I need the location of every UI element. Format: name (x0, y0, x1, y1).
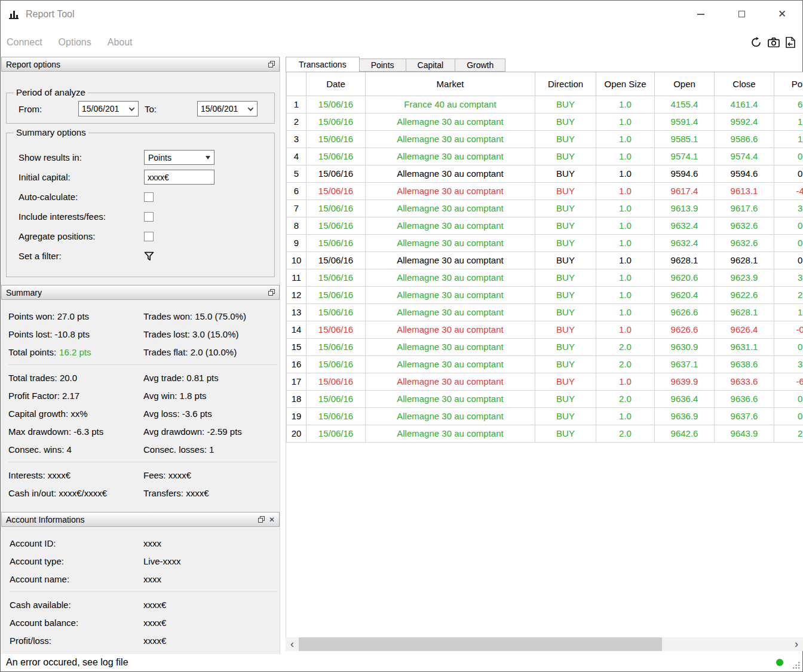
float-panel-icon[interactable] (268, 60, 275, 69)
cell-date: 15/06/16 (307, 130, 366, 148)
close-button[interactable]: ✕ (762, 1, 802, 27)
table-row[interactable]: 1315/06/16Allemagne 30 au comptantBUY1.0… (287, 303, 803, 321)
cell-close: 9631.1 (715, 338, 774, 355)
cell-points: 3.0 (774, 355, 803, 373)
cell-direction: BUY (535, 165, 596, 182)
table-row[interactable]: 415/06/16Allemagne 30 au comptantBUY1.09… (287, 148, 803, 165)
menu-connect[interactable]: Connect (7, 37, 42, 48)
tab-capital[interactable]: Capital (406, 59, 456, 72)
table-row[interactable]: 1415/06/16Allemagne 30 au comptantBUY1.0… (287, 321, 803, 338)
report-tool-window: Report Tool ✕ Connect Options About (0, 0, 803, 672)
column-header[interactable]: Open (655, 72, 715, 96)
cell-close: 4161.4 (715, 96, 774, 113)
account-informations-header: Account Informations ✕ (1, 512, 280, 527)
cell-date: 15/06/16 (307, 286, 366, 303)
scroll-left-arrow-icon[interactable]: ‹ (286, 638, 299, 650)
menu-about[interactable]: About (108, 37, 133, 48)
total-points-label: Total points: (8, 347, 56, 357)
filter-funnel-icon[interactable] (144, 251, 154, 261)
scroll-right-arrow-icon[interactable]: › (790, 638, 803, 650)
table-row[interactable]: 315/06/16Allemagne 30 au comptantBUY1.09… (287, 130, 803, 148)
cell-direction: BUY (535, 286, 596, 303)
menu-options[interactable]: Options (59, 37, 91, 48)
cell-market: Allemagne 30 au comptant (366, 182, 535, 200)
column-header[interactable]: Points (774, 72, 803, 96)
column-header[interactable]: Date (307, 72, 366, 96)
export-file-icon[interactable] (786, 36, 795, 48)
window-title: Report Tool (26, 9, 75, 20)
transactions-table-body: 115/06/16France 40 au comptantBUY1.04155… (287, 96, 803, 442)
table-row[interactable]: 915/06/16Allemagne 30 au comptantBUY1.09… (287, 234, 803, 251)
table-row[interactable]: 1215/06/16Allemagne 30 au comptantBUY1.0… (287, 286, 803, 303)
cash-in-out: Cash in/out: xxxx€/xxxx€ (8, 488, 143, 498)
report-options-body: Period of analyze From: 15/06/201 To: 15… (1, 72, 280, 285)
from-date-select[interactable]: 15/06/201 (78, 101, 139, 116)
cell-row-number: 3 (287, 130, 307, 148)
table-row[interactable]: 715/06/16Allemagne 30 au comptantBUY1.09… (287, 200, 803, 217)
include-interests-checkbox[interactable] (144, 212, 154, 222)
refresh-icon[interactable] (750, 36, 762, 48)
cell-date: 15/06/16 (307, 407, 366, 425)
table-row[interactable]: 1615/06/16Allemagne 30 au comptantBUY2.0… (287, 355, 803, 373)
cell-open-size: 1.0 (596, 165, 655, 182)
screenshot-camera-icon[interactable] (768, 37, 780, 47)
cell-points: 3.7 (774, 200, 803, 217)
tab-points[interactable]: Points (360, 59, 406, 72)
table-row[interactable]: 1715/06/16Allemagne 30 au comptantBUY1.0… (287, 373, 803, 390)
column-header[interactable] (287, 72, 307, 96)
cell-open-size: 1.0 (596, 286, 655, 303)
agregate-positions-checkbox[interactable] (144, 232, 154, 241)
cell-market: Allemagne 30 au comptant (366, 303, 535, 321)
tab-transactions[interactable]: Transactions (286, 57, 360, 72)
cell-open-size: 1.0 (596, 269, 655, 286)
cell-close: 9613.1 (715, 182, 774, 200)
cell-open: 9628.1 (655, 251, 715, 269)
profit-loss-value: xxxx€ (143, 636, 166, 646)
column-header[interactable]: Close (715, 72, 774, 96)
cell-open-size: 2.0 (596, 425, 655, 442)
table-row[interactable]: 515/06/16Allemagne 30 au comptantBUY1.09… (287, 165, 803, 182)
cell-open-size: 1.0 (596, 217, 655, 234)
resize-grip[interactable] (792, 661, 800, 669)
toolbar (750, 36, 795, 48)
points-won: Points won: 27.0 pts (8, 311, 143, 321)
max-drawdown: Max drawdown: -6.3 pts (8, 426, 143, 437)
initial-capital-input[interactable] (144, 170, 214, 185)
minimize-button[interactable] (681, 1, 721, 27)
maximize-button[interactable] (721, 1, 762, 27)
column-header[interactable]: Direction (535, 72, 596, 96)
auto-calculate-checkbox[interactable] (144, 192, 154, 202)
scrollbar-thumb[interactable] (299, 637, 662, 651)
cell-row-number: 15 (287, 338, 307, 355)
horizontal-scrollbar[interactable]: ‹ › (286, 637, 803, 651)
close-panel-icon[interactable]: ✕ (269, 516, 275, 523)
cell-row-number: 5 (287, 165, 307, 182)
menu-bar: Connect Options About (1, 27, 802, 57)
table-row[interactable]: 1815/06/16Allemagne 30 au comptantBUY2.0… (287, 390, 803, 407)
table-row[interactable]: 1115/06/16Allemagne 30 au comptantBUY1.0… (287, 269, 803, 286)
show-results-value: Points (148, 153, 171, 162)
trades-lost: Trades lost: 3.0 (15.0%) (143, 329, 280, 339)
table-row[interactable]: 1515/06/16Allemagne 30 au comptantBUY2.0… (287, 338, 803, 355)
scrollbar-track[interactable] (299, 637, 790, 651)
column-header[interactable]: Open Size (596, 72, 655, 96)
cell-market: Allemagne 30 au comptant (366, 148, 535, 165)
float-panel-icon[interactable] (268, 288, 275, 297)
to-date-select[interactable]: 15/06/201 (197, 101, 258, 116)
show-results-select[interactable]: Points (144, 150, 214, 165)
table-row[interactable]: 815/06/16Allemagne 30 au comptantBUY1.09… (287, 217, 803, 234)
table-row[interactable]: 115/06/16France 40 au comptantBUY1.04155… (287, 96, 803, 113)
cell-points: -4.3 (774, 182, 803, 200)
cell-open: 9620.6 (655, 269, 715, 286)
table-row[interactable]: 1915/06/16Allemagne 30 au comptantBUY1.0… (287, 407, 803, 425)
column-header[interactable]: Market (366, 72, 535, 96)
table-row[interactable]: 2015/06/16Allemagne 30 au comptantBUY2.0… (287, 425, 803, 442)
table-row[interactable]: 1015/06/16Allemagne 30 au comptantBUY1.0… (287, 251, 803, 269)
cell-date: 15/06/16 (307, 113, 366, 130)
float-panel-icon[interactable] (258, 515, 265, 524)
table-row[interactable]: 215/06/16Allemagne 30 au comptantBUY1.09… (287, 113, 803, 130)
table-row[interactable]: 615/06/16Allemagne 30 au comptantBUY1.09… (287, 182, 803, 200)
cell-points: 0.4 (774, 338, 803, 355)
cell-close: 9628.1 (715, 251, 774, 269)
tab-growth[interactable]: Growth (455, 59, 505, 72)
